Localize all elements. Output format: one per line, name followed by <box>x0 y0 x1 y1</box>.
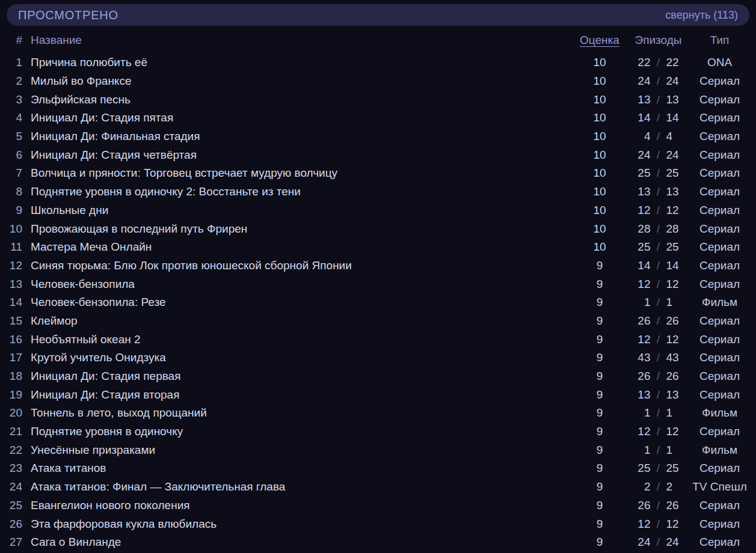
anime-title-link[interactable]: Школьные дни <box>22 204 573 217</box>
anime-title-link[interactable]: Человек-бензопила: Резе <box>22 296 573 309</box>
column-header-title[interactable]: Название <box>22 34 573 47</box>
anime-title-link[interactable]: Волчица и пряности: Торговец встречает м… <box>22 167 573 180</box>
table-row[interactable]: 16 Необъятный океан 2 9 12 / 12 Сериал <box>0 330 756 349</box>
row-index: 20 <box>7 406 22 420</box>
episodes-watched: 1 <box>627 296 651 309</box>
table-row[interactable]: 1 Причина полюбить её 10 22 / 22 ONA <box>0 53 756 72</box>
episodes-total: 25 <box>666 462 690 475</box>
row-index: 14 <box>7 296 22 309</box>
episodes-separator: / <box>655 406 662 420</box>
table-row[interactable]: 21 Поднятие уровня в одиночку 9 12 / 12 … <box>0 423 756 441</box>
episodes-cell: 26 / 26 <box>627 370 690 383</box>
collapse-link[interactable]: свернуть (113) <box>665 9 738 22</box>
score-value: 9 <box>573 314 627 328</box>
anime-title-link[interactable]: Евангелион нового поколения <box>22 499 573 512</box>
anime-title-link[interactable]: Инициал Ди: Финальная стадия <box>22 130 573 143</box>
episodes-total: 4 <box>666 130 690 143</box>
table-row[interactable]: 7 Волчица и пряности: Торговец встречает… <box>0 164 756 183</box>
anime-title-link[interactable]: Унесённые призраками <box>22 444 573 457</box>
anime-title-link[interactable]: Синяя тюрьма: Блю Лок против юношеской с… <box>22 259 573 272</box>
anime-title-link[interactable]: Тоннель в лето, выход прощаний <box>22 406 573 420</box>
table-row[interactable]: 6 Инициал Ди: Стадия четвёртая 10 24 / 2… <box>0 145 756 164</box>
episodes-watched: 26 <box>627 370 651 383</box>
episodes-total: 12 <box>666 425 690 438</box>
anime-title-link[interactable]: Клеймор <box>22 314 573 328</box>
type-value: Сериал <box>690 388 749 402</box>
table-row[interactable]: 25 Евангелион нового поколения 9 26 / 26… <box>0 496 756 515</box>
anime-title-link[interactable]: Провожающая в последний путь Фрирен <box>22 222 573 236</box>
anime-title-link[interactable]: Человек-бензопила <box>22 278 573 291</box>
episodes-watched: 26 <box>627 499 651 512</box>
episodes-cell: 25 / 25 <box>627 240 690 254</box>
table-row[interactable]: 8 Поднятие уровня в одиночку 2: Восстань… <box>0 183 756 201</box>
anime-title-link[interactable]: Крутой учитель Онидзука <box>22 351 573 364</box>
table-row[interactable]: 17 Крутой учитель Онидзука 9 43 / 43 Сер… <box>0 349 756 367</box>
column-header-episodes[interactable]: Эпизоды <box>627 34 690 47</box>
type-value: Сериал <box>690 462 749 475</box>
table-row[interactable]: 9 Школьные дни 10 12 / 12 Сериал <box>0 201 756 220</box>
episodes-watched: 13 <box>627 388 651 402</box>
anime-title-link[interactable]: Причина полюбить её <box>22 56 573 69</box>
table-row[interactable]: 15 Клеймор 9 26 / 26 Сериал <box>0 312 756 331</box>
anime-title-link[interactable]: Инициал Ди: Стадия пятая <box>22 111 573 124</box>
anime-title-link[interactable]: Милый во Франксе <box>22 75 573 88</box>
score-value: 10 <box>573 75 627 88</box>
anime-title-link[interactable]: Эта фарфоровая кукла влюбилась <box>22 518 573 531</box>
table-row[interactable]: 26 Эта фарфоровая кукла влюбилась 9 12 /… <box>0 515 756 533</box>
table-row[interactable]: 23 Атака титанов 9 25 / 25 Сериал <box>0 459 756 478</box>
episodes-separator: / <box>655 93 662 106</box>
anime-title-link[interactable]: Необъятный океан 2 <box>22 333 573 346</box>
anime-title-link[interactable]: Поднятие уровня в одиночку <box>22 425 573 438</box>
column-header-type[interactable]: Тип <box>690 34 749 47</box>
episodes-cell: 1 / 1 <box>627 296 690 309</box>
table-row[interactable]: 11 Мастера Меча Онлайн 10 25 / 25 Сериал <box>0 238 756 257</box>
table-row[interactable]: 5 Инициал Ди: Финальная стадия 10 4 / 4 … <box>0 127 756 146</box>
score-value: 9 <box>573 406 627 420</box>
episodes-watched: 22 <box>627 56 651 69</box>
episodes-watched: 12 <box>627 518 651 531</box>
episodes-watched: 43 <box>627 351 651 364</box>
anime-title-link[interactable]: Эльфийская песнь <box>22 93 573 106</box>
episodes-cell: 24 / 24 <box>627 536 690 549</box>
table-row[interactable]: 18 Инициал Ди: Стадия первая 9 26 / 26 С… <box>0 367 756 386</box>
episodes-total: 14 <box>666 259 690 272</box>
anime-title-link[interactable]: Сага о Винланде <box>22 536 573 549</box>
table-row[interactable]: 14 Человек-бензопила: Резе 9 1 / 1 Фильм <box>0 293 756 312</box>
table-row[interactable]: 10 Провожающая в последний путь Фрирен 1… <box>0 219 756 238</box>
episodes-total: 25 <box>666 240 690 254</box>
anime-title-link[interactable]: Инициал Ди: Стадия первая <box>22 370 573 383</box>
episodes-total: 26 <box>666 314 690 328</box>
anime-title-link[interactable]: Мастера Меча Онлайн <box>22 240 573 254</box>
table-row[interactable]: 24 Атака титанов: Финал — Заключительная… <box>0 478 756 496</box>
table-row[interactable]: 13 Человек-бензопила 9 12 / 12 Сериал <box>0 275 756 293</box>
type-value: TV Спешл <box>690 480 749 493</box>
episodes-cell: 24 / 24 <box>627 75 690 88</box>
episodes-separator: / <box>655 314 662 328</box>
anime-title-link[interactable]: Поднятие уровня в одиночку 2: Восстаньте… <box>22 185 573 198</box>
column-header-score[interactable]: Оценка <box>573 34 627 47</box>
table-row[interactable]: 2 Милый во Франксе 10 24 / 24 Сериал <box>0 72 756 91</box>
score-value: 9 <box>573 351 627 364</box>
type-value: Сериал <box>690 351 749 364</box>
anime-title-link[interactable]: Инициал Ди: Стадия четвёртая <box>22 148 573 162</box>
anime-title-link[interactable]: Атака титанов <box>22 462 573 475</box>
score-value: 9 <box>573 499 627 512</box>
row-index: 24 <box>7 480 22 493</box>
episodes-cell: 43 / 43 <box>627 351 690 364</box>
table-row[interactable]: 3 Эльфийская песнь 10 13 / 13 Сериал <box>0 90 756 109</box>
score-value: 9 <box>573 462 627 475</box>
anime-title-link[interactable]: Атака титанов: Финал — Заключительная гл… <box>22 480 573 493</box>
score-value: 9 <box>573 333 627 346</box>
episodes-separator: / <box>655 204 662 217</box>
episodes-watched: 12 <box>627 204 651 217</box>
row-index: 3 <box>7 93 22 106</box>
panel-title: ПРОСМОТРЕНО <box>18 8 118 22</box>
table-row[interactable]: 20 Тоннель в лето, выход прощаний 9 1 / … <box>0 404 756 423</box>
table-row[interactable]: 12 Синяя тюрьма: Блю Лок против юношеско… <box>0 257 756 275</box>
table-row[interactable]: 27 Сага о Винланде 9 24 / 24 Сериал <box>0 533 756 552</box>
table-row[interactable]: 19 Инициал Ди: Стадия вторая 9 13 / 13 С… <box>0 385 756 404</box>
table-row[interactable]: 22 Унесённые призраками 9 1 / 1 Фильм <box>0 441 756 459</box>
anime-title-link[interactable]: Инициал Ди: Стадия вторая <box>22 388 573 402</box>
table-row[interactable]: 4 Инициал Ди: Стадия пятая 10 14 / 14 Се… <box>0 109 756 127</box>
episodes-separator: / <box>655 333 662 346</box>
